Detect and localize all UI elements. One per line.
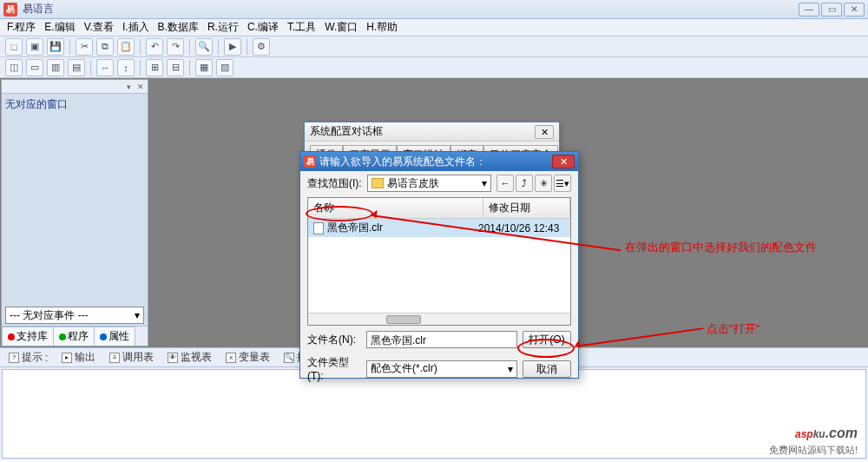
panel-event-combo[interactable]: --- 无对应事件 --- ▾ — [5, 307, 144, 324]
tb-build-icon[interactable]: ⚙ — [253, 38, 270, 56]
title-bar: 易 易语言 — ▭ ✕ — [0, 0, 868, 19]
folder-combo[interactable]: 易语言皮肤 ▾ — [367, 175, 491, 192]
panel-body: 无对应的窗口 — [2, 94, 148, 305]
filetype-combo[interactable]: 配色文件(*.clr) ▾ — [366, 360, 517, 378]
panel-tabs: 支持库 程序 属性 — [2, 326, 148, 346]
menu-window[interactable]: W.窗口 — [321, 18, 361, 36]
menu-insert[interactable]: I.插入 — [119, 18, 153, 36]
panel-close-icon[interactable]: ✕ — [135, 82, 146, 92]
tab-support-lib[interactable]: 支持库 — [2, 327, 54, 346]
app-title: 易语言 — [23, 2, 799, 16]
output-icon: ▸ — [62, 353, 72, 363]
tb2-btn[interactable]: ↔ — [96, 59, 114, 76]
scrollbar-thumb[interactable] — [386, 315, 421, 324]
tb2-btn[interactable]: ◫ — [5, 59, 23, 76]
tb2-btn[interactable]: ▧ — [216, 59, 233, 76]
tb-paste-icon[interactable]: 📋 — [117, 38, 135, 56]
tb-undo-icon[interactable]: ↶ — [146, 38, 163, 56]
call-icon: ≡ — [109, 353, 120, 363]
col-date[interactable]: 修改日期 — [483, 198, 570, 218]
menu-bar: F.程序 E.编辑 V.查看 I.插入 B.数据库 R.运行 C.编译 T.工具… — [0, 19, 868, 36]
toolbar-1: □ ▣ 💾 ✂ ⧉ 📋 ↶ ↷ 🔍 ▶ ⚙ — [0, 36, 868, 57]
tb2-btn[interactable]: ⊟ — [167, 59, 184, 76]
menu-program[interactable]: F.程序 — [3, 18, 39, 36]
dialog-open-title: 请输入欲导入的易系统配色文件名： — [319, 155, 486, 169]
filetype-label: 文件类型(T): — [307, 355, 361, 382]
annotation-ellipse-file — [306, 206, 373, 221]
nav-view-button[interactable]: ☰▾ — [554, 175, 571, 192]
chevron-down-icon: ▾ — [135, 309, 140, 321]
watch-icon: 👁 — [168, 353, 178, 363]
menu-tools[interactable]: T.工具 — [284, 18, 319, 36]
file-list-scrollbar[interactable] — [308, 313, 570, 325]
tb-run-icon[interactable]: ▶ — [224, 38, 241, 56]
window-controls: — ▭ ✕ — [799, 3, 865, 16]
tb-cut-icon[interactable]: ✂ — [76, 38, 93, 56]
tb-new-icon[interactable]: □ — [5, 38, 23, 56]
cancel-button[interactable]: 取消 — [523, 360, 571, 378]
menu-compile[interactable]: C.编译 — [244, 18, 282, 36]
file-list-body[interactable]: 黑色帝国.clr 2014/10/26 12:43 — [308, 219, 570, 313]
dialog-app-icon: 易 — [304, 155, 316, 168]
watermark-sub: 免费网站源码下载站! — [769, 444, 858, 457]
menu-run[interactable]: R.运行 — [204, 18, 242, 36]
filename-input[interactable]: 黑色帝国.clr — [366, 331, 517, 348]
hint-icon: ? — [9, 353, 19, 363]
range-label: 查找范围(I): — [307, 176, 362, 191]
lookup-row: 查找范围(I): 易语言皮肤 ▾ ← ⤴ ✳ ☰▾ — [300, 171, 578, 195]
tb-open-icon[interactable]: ▣ — [26, 38, 43, 56]
tb-redo-icon[interactable]: ↷ — [167, 38, 184, 56]
nav-newfolder-button[interactable]: ✳ — [535, 175, 552, 192]
btab-hint[interactable]: ?提示: — [5, 348, 51, 366]
dialog-sys-close-button[interactable]: ✕ — [535, 125, 554, 139]
file-name: 黑色帝国.clr — [327, 221, 383, 235]
dialog-sys-title: 系统配置对话框 — [310, 124, 383, 139]
close-button[interactable]: ✕ — [844, 3, 865, 16]
dialog-open-titlebar[interactable]: 易 请输入欲导入的易系统配色文件名： ✕ — [300, 152, 578, 171]
btab-vars[interactable]: x变量表 — [222, 348, 273, 366]
tb2-btn[interactable]: ▤ — [68, 59, 85, 76]
chevron-down-icon: ▾ — [508, 363, 513, 375]
menu-edit[interactable]: E.编辑 — [41, 18, 78, 36]
menu-help[interactable]: H.帮助 — [363, 18, 401, 36]
tab-property[interactable]: 属性 — [94, 327, 135, 346]
btab-watch[interactable]: 👁监视表 — [164, 348, 215, 366]
chevron-down-icon: ▾ — [482, 177, 487, 189]
maximize-button[interactable]: ▭ — [821, 3, 842, 16]
dialog-sys-titlebar[interactable]: 系统配置对话框 ✕ — [305, 122, 559, 142]
minimize-button[interactable]: — — [799, 3, 819, 16]
panel-header: ▾ ✕ — [2, 80, 148, 94]
tb2-btn[interactable]: ▦ — [195, 59, 213, 76]
filename-label: 文件名(N): — [307, 333, 361, 347]
menu-view[interactable]: V.查看 — [81, 18, 117, 36]
toolbar-2: ◫ ▭ ▥ ▤ ↔ ↕ ⊞ ⊟ ▦ ▧ — [0, 57, 868, 78]
watermark-logo: aspku.com — [769, 416, 858, 444]
folder-icon — [372, 178, 384, 188]
tb2-btn[interactable]: ↕ — [117, 59, 135, 76]
tb-copy-icon[interactable]: ⧉ — [96, 38, 114, 56]
panel-pin-icon[interactable]: ▾ — [123, 82, 134, 92]
tb2-btn[interactable]: ▥ — [47, 59, 64, 76]
filetype-value: 配色文件(*.clr) — [371, 361, 437, 376]
panel-placeholder: 无对应的窗口 — [5, 98, 68, 110]
tb-find-icon[interactable]: 🔍 — [195, 38, 213, 56]
btab-output[interactable]: ▸输出 — [58, 348, 99, 366]
left-panel: ▾ ✕ 无对应的窗口 --- 无对应事件 --- ▾ 支持库 程序 属性 — [1, 79, 148, 346]
nav-back-button[interactable]: ← — [496, 175, 514, 192]
tb-save-icon[interactable]: 💾 — [47, 38, 64, 56]
file-row[interactable]: 黑色帝国.clr 2014/10/26 12:43 — [308, 219, 570, 237]
tab-program[interactable]: 程序 — [53, 327, 95, 346]
annotation-ellipse-open — [517, 339, 575, 358]
vars-icon: x — [226, 353, 236, 363]
btab-calltable[interactable]: ≡调用表 — [106, 348, 157, 366]
nav-up-button[interactable]: ⤴ — [516, 175, 533, 192]
tb2-btn[interactable]: ▭ — [26, 59, 43, 76]
menu-database[interactable]: B.数据库 — [155, 18, 202, 36]
tb2-btn[interactable]: ⊞ — [146, 59, 163, 76]
dialog-open-close-button[interactable]: ✕ — [552, 155, 575, 168]
watermark: aspku.com 免费网站源码下载站! — [769, 416, 858, 457]
panel-combo-text: --- 无对应事件 --- — [10, 308, 89, 323]
search-icon: 🔍 — [284, 353, 294, 363]
annotation-arrowhead-2 — [570, 340, 580, 349]
app-icon: 易 — [3, 3, 17, 16]
